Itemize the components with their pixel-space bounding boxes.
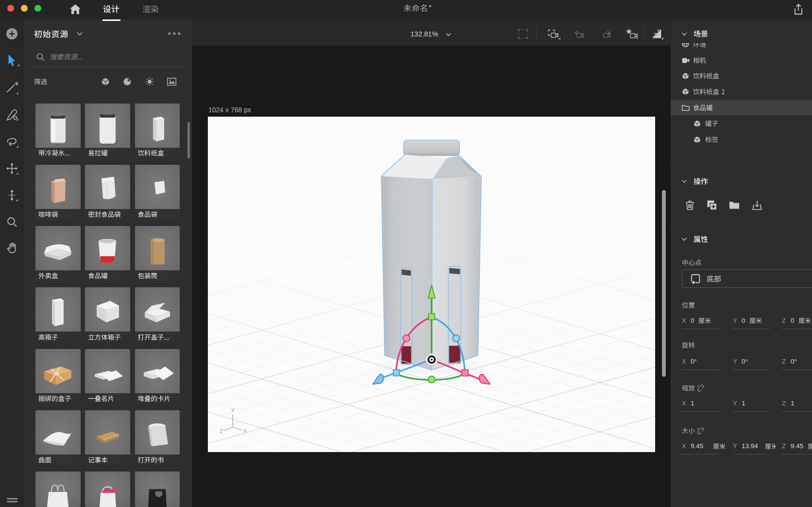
- svg-text:X: X: [243, 428, 247, 434]
- svg-text:Y: Y: [231, 407, 235, 413]
- svg-text:Z: Z: [220, 428, 223, 434]
